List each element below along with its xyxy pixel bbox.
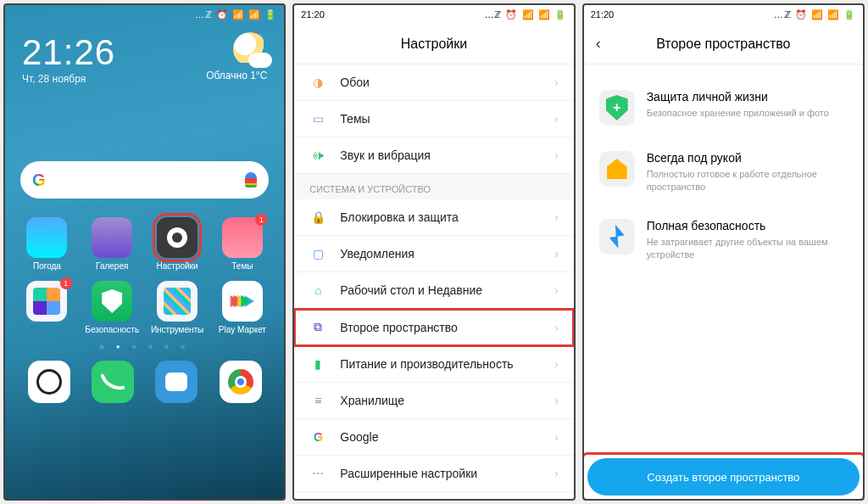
app-label: Настройки bbox=[157, 261, 198, 271]
dock-browser[interactable] bbox=[220, 361, 262, 403]
chevron-right-icon: › bbox=[554, 430, 559, 444]
row-google[interactable]: GGoogle› bbox=[294, 419, 573, 456]
row-storage[interactable]: ≡Хранилище› bbox=[294, 383, 573, 419]
create-second-space-button[interactable]: Создать второе пространство bbox=[587, 458, 860, 496]
badge: 1 bbox=[255, 214, 267, 226]
app-instruments[interactable]: Инструменты bbox=[147, 281, 208, 334]
mic-icon[interactable] bbox=[245, 172, 257, 188]
page-indicator[interactable]: ⌂ ● ○ ○ ○ ○ bbox=[5, 334, 284, 356]
feature-handy: Всегда под рукойПолностью готовое к рабо… bbox=[599, 151, 848, 193]
row-label: Звук и вибрация bbox=[340, 148, 431, 162]
second-space-screen: 21:20 …ℤ ⏰ 📶 📶 🔋 ‹ Второе пространство З… bbox=[582, 3, 865, 501]
chevron-right-icon: › bbox=[554, 467, 559, 480]
row-label: Расширенные настройки bbox=[340, 467, 477, 480]
lightning-icon bbox=[599, 219, 635, 255]
dock-camera[interactable] bbox=[28, 361, 70, 403]
back-button[interactable]: ‹ bbox=[596, 35, 601, 53]
google-icon: G bbox=[309, 430, 326, 444]
app-weather[interactable]: Погода bbox=[17, 217, 77, 271]
app-security[interactable]: Безопасность bbox=[82, 281, 142, 334]
dock bbox=[5, 356, 284, 413]
privacy-shield-icon bbox=[599, 90, 635, 126]
house-icon bbox=[599, 151, 635, 187]
google-logo-icon: G bbox=[32, 171, 46, 190]
feature-desc: Безопасное хранение приложений и фото bbox=[647, 107, 829, 120]
themes-icon: ▭ bbox=[309, 112, 326, 126]
feature-title: Защита личной жизни bbox=[647, 90, 829, 104]
page-title: Второе пространство bbox=[656, 36, 790, 52]
feature-desc: Полностью готовое к работе отдельное про… bbox=[647, 168, 848, 193]
app-settings[interactable]: Настройки bbox=[147, 217, 208, 271]
weather-app-icon bbox=[26, 217, 67, 258]
status-bar: …ℤ ⏰ 📶 📶 🔋 bbox=[5, 5, 284, 24]
chevron-right-icon: › bbox=[554, 112, 559, 126]
google-search-bar[interactable]: G bbox=[20, 161, 269, 199]
weather-icon bbox=[233, 32, 267, 66]
chevron-right-icon: › bbox=[554, 357, 559, 371]
chevron-right-icon: › bbox=[554, 283, 559, 297]
row-wallpaper[interactable]: ◑Обои› bbox=[294, 64, 573, 101]
security-app-icon bbox=[92, 281, 132, 322]
status-icons: …ℤ ⏰ 📶 📶 🔋 bbox=[774, 9, 856, 20]
row-home[interactable]: ⌂Рабочий стол и Недавние› bbox=[294, 272, 573, 309]
chevron-right-icon: › bbox=[554, 148, 559, 162]
row-notifications[interactable]: ▢Уведомления› bbox=[294, 236, 573, 272]
app-play-market[interactable]: Play Маркет bbox=[212, 281, 272, 334]
row-sound[interactable]: 🕪Звук и вибрация› bbox=[294, 137, 573, 174]
app-label: Погода bbox=[33, 261, 61, 271]
app-tools-folder[interactable]: 1 bbox=[17, 281, 77, 334]
status-time: 21:20 bbox=[301, 9, 325, 20]
gear-icon bbox=[167, 227, 187, 248]
clock-time: 21:26 bbox=[22, 32, 115, 73]
row-second-space[interactable]: ⧉Второе пространство› bbox=[294, 309, 573, 346]
settings-screen: 21:20 …ℤ ⏰ 📶 📶 🔋 Настройки ◑Обои› ▭Темы›… bbox=[292, 3, 575, 501]
status-icons: …ℤ ⏰ 📶 📶 🔋 bbox=[195, 9, 277, 20]
feature-privacy: Защита личной жизниБезопасное хранение п… bbox=[599, 90, 848, 126]
instruments-folder-icon bbox=[157, 281, 198, 322]
app-grid: Погода Галерея Настройки Темы1 1 Безопас… bbox=[5, 199, 284, 334]
status-time: 21:20 bbox=[591, 9, 615, 20]
row-label: Google bbox=[340, 430, 378, 444]
row-label: Обои bbox=[340, 76, 370, 89]
app-label: Play Маркет bbox=[219, 325, 266, 334]
dock-messages[interactable] bbox=[155, 361, 198, 403]
wallpaper-icon: ◑ bbox=[309, 76, 326, 89]
app-themes[interactable]: Темы1 bbox=[212, 217, 272, 271]
app-gallery[interactable]: Галерея bbox=[82, 217, 142, 271]
app-label: Безопасность bbox=[85, 325, 139, 334]
cta-highlight: Создать второе пространство bbox=[584, 455, 863, 499]
settings-list[interactable]: ◑Обои› ▭Темы› 🕪Звук и вибрация› СИСТЕМА … bbox=[294, 64, 573, 499]
status-icons: …ℤ ⏰ 📶 📶 🔋 bbox=[484, 9, 566, 20]
row-advanced[interactable]: ⋯Расширенные настройки› bbox=[294, 456, 573, 492]
clock-date: Чт, 28 ноября bbox=[22, 73, 115, 85]
chevron-right-icon: › bbox=[554, 394, 559, 407]
row-label: Темы bbox=[340, 112, 370, 126]
row-themes[interactable]: ▭Темы› bbox=[294, 101, 573, 137]
row-label: Блокировка и защита bbox=[340, 210, 459, 224]
row-power[interactable]: ▮Питание и производительность› bbox=[294, 346, 573, 383]
app-label: Галерея bbox=[96, 261, 128, 271]
feature-title: Всегда под рукой bbox=[647, 151, 848, 165]
feature-desc: Не затрагивает другие объекты на вашем у… bbox=[647, 236, 848, 261]
app-label: Инструменты bbox=[151, 325, 203, 334]
chevron-right-icon: › bbox=[554, 210, 559, 224]
row-lock[interactable]: 🔒Блокировка и защита› bbox=[294, 199, 573, 236]
second-space-icon: ⧉ bbox=[309, 320, 326, 334]
badge: 1 bbox=[60, 277, 72, 289]
app-label: Темы bbox=[231, 261, 253, 271]
phone-icon bbox=[100, 369, 125, 394]
weather-label: Облачно bbox=[206, 70, 248, 81]
notifications-icon: ▢ bbox=[309, 247, 326, 260]
weather-widget[interactable]: Облачно 1°C bbox=[206, 32, 267, 85]
row-label: Второе пространство bbox=[340, 321, 458, 334]
advanced-icon: ⋯ bbox=[309, 467, 326, 480]
row-label: Хранилище bbox=[340, 394, 404, 407]
chrome-icon bbox=[228, 369, 253, 395]
status-bar: 21:20 …ℤ ⏰ 📶 📶 🔋 bbox=[294, 5, 573, 24]
chevron-right-icon: › bbox=[554, 76, 559, 89]
feature-title: Полная безопасность bbox=[647, 219, 848, 232]
lock-icon: 🔒 bbox=[309, 210, 326, 224]
clock-widget[interactable]: 21:26 Чт, 28 ноября Облачно 1°C bbox=[5, 24, 284, 85]
weather-temp: 1°C bbox=[250, 70, 267, 81]
dock-phone[interactable] bbox=[92, 361, 134, 403]
